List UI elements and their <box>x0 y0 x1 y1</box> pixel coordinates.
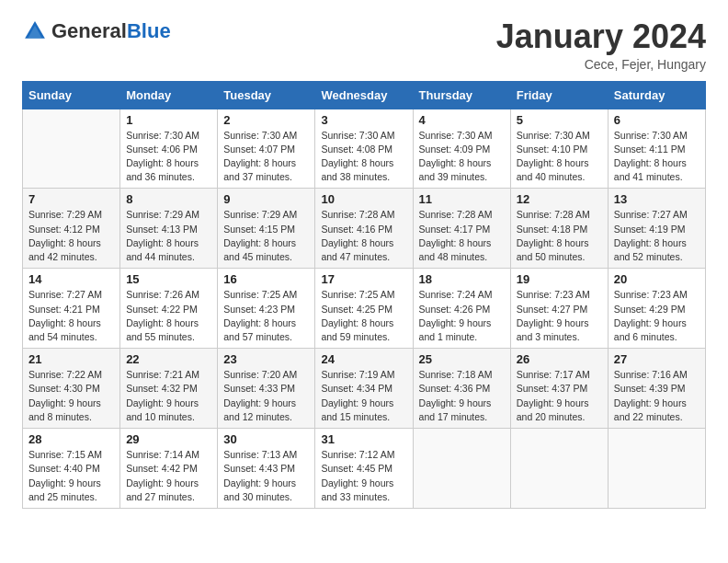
day-info: Sunrise: 7:25 AMSunset: 4:23 PMDaylight:… <box>223 288 309 344</box>
day-number: 11 <box>419 192 505 206</box>
logo-icon <box>22 18 48 44</box>
calendar-cell: 9Sunrise: 7:29 AMSunset: 4:15 PMDaylight… <box>218 189 315 269</box>
day-of-week-header: Monday <box>120 81 218 109</box>
day-number: 12 <box>517 192 602 206</box>
day-number: 13 <box>614 192 700 206</box>
day-info: Sunrise: 7:29 AMSunset: 4:13 PMDaylight:… <box>126 208 211 264</box>
day-number: 10 <box>321 192 406 206</box>
day-number: 9 <box>223 192 309 206</box>
day-info: Sunrise: 7:30 AMSunset: 4:06 PMDaylight:… <box>126 129 211 185</box>
day-number: 5 <box>517 113 602 127</box>
day-number: 19 <box>517 272 602 286</box>
calendar-cell: 20Sunrise: 7:23 AMSunset: 4:29 PMDayligh… <box>608 269 705 349</box>
day-number: 8 <box>126 192 211 206</box>
subtitle: Cece, Fejer, Hungary <box>496 57 706 72</box>
calendar-week-row: 21Sunrise: 7:22 AMSunset: 4:30 PMDayligh… <box>23 349 706 429</box>
day-info: Sunrise: 7:15 AMSunset: 4:40 PMDaylight:… <box>28 448 114 504</box>
day-info: Sunrise: 7:29 AMSunset: 4:15 PMDaylight:… <box>223 208 309 264</box>
day-number: 15 <box>126 272 211 286</box>
calendar-cell: 13Sunrise: 7:27 AMSunset: 4:19 PMDayligh… <box>608 189 705 269</box>
day-number: 31 <box>321 432 406 446</box>
day-info: Sunrise: 7:20 AMSunset: 4:33 PMDaylight:… <box>223 368 309 424</box>
day-info: Sunrise: 7:27 AMSunset: 4:21 PMDaylight:… <box>28 288 114 344</box>
calendar-cell: 22Sunrise: 7:21 AMSunset: 4:32 PMDayligh… <box>120 349 218 429</box>
calendar-cell: 15Sunrise: 7:26 AMSunset: 4:22 PMDayligh… <box>120 269 218 349</box>
day-info: Sunrise: 7:23 AMSunset: 4:29 PMDaylight:… <box>614 288 700 344</box>
day-info: Sunrise: 7:19 AMSunset: 4:34 PMDaylight:… <box>321 368 406 424</box>
calendar-cell: 30Sunrise: 7:13 AMSunset: 4:43 PMDayligh… <box>218 429 315 509</box>
calendar-cell: 21Sunrise: 7:22 AMSunset: 4:30 PMDayligh… <box>23 349 120 429</box>
title-block: January 2024 Cece, Fejer, Hungary <box>496 18 706 72</box>
day-number: 3 <box>321 113 406 127</box>
calendar-cell: 29Sunrise: 7:14 AMSunset: 4:42 PMDayligh… <box>120 429 218 509</box>
day-info: Sunrise: 7:30 AMSunset: 4:08 PMDaylight:… <box>321 129 406 185</box>
day-info: Sunrise: 7:24 AMSunset: 4:26 PMDaylight:… <box>419 288 505 344</box>
calendar-cell: 2Sunrise: 7:30 AMSunset: 4:07 PMDaylight… <box>218 109 315 189</box>
calendar-week-row: 14Sunrise: 7:27 AMSunset: 4:21 PMDayligh… <box>23 269 706 349</box>
day-info: Sunrise: 7:27 AMSunset: 4:19 PMDaylight:… <box>614 208 700 264</box>
logo-text: GeneralBlue <box>51 19 171 43</box>
day-number: 17 <box>321 272 406 286</box>
day-info: Sunrise: 7:25 AMSunset: 4:25 PMDaylight:… <box>321 288 406 344</box>
calendar-cell: 16Sunrise: 7:25 AMSunset: 4:23 PMDayligh… <box>218 269 315 349</box>
day-info: Sunrise: 7:21 AMSunset: 4:32 PMDaylight:… <box>126 368 211 424</box>
main-title: January 2024 <box>496 18 706 55</box>
day-number: 30 <box>223 432 309 446</box>
calendar-table: SundayMondayTuesdayWednesdayThursdayFrid… <box>22 81 706 509</box>
calendar-cell: 4Sunrise: 7:30 AMSunset: 4:09 PMDaylight… <box>413 109 510 189</box>
day-number: 29 <box>126 432 211 446</box>
day-info: Sunrise: 7:28 AMSunset: 4:18 PMDaylight:… <box>517 208 602 264</box>
calendar-cell: 10Sunrise: 7:28 AMSunset: 4:16 PMDayligh… <box>315 189 413 269</box>
calendar-cell: 19Sunrise: 7:23 AMSunset: 4:27 PMDayligh… <box>510 269 608 349</box>
calendar-cell: 17Sunrise: 7:25 AMSunset: 4:25 PMDayligh… <box>315 269 413 349</box>
day-info: Sunrise: 7:28 AMSunset: 4:16 PMDaylight:… <box>321 208 406 264</box>
day-number: 6 <box>614 113 700 127</box>
calendar-cell <box>608 429 705 509</box>
calendar-cell: 14Sunrise: 7:27 AMSunset: 4:21 PMDayligh… <box>23 269 120 349</box>
day-info: Sunrise: 7:30 AMSunset: 4:07 PMDaylight:… <box>223 129 309 185</box>
day-number: 1 <box>126 113 211 127</box>
calendar-cell <box>510 429 608 509</box>
calendar-week-row: 28Sunrise: 7:15 AMSunset: 4:40 PMDayligh… <box>23 429 706 509</box>
calendar-cell: 1Sunrise: 7:30 AMSunset: 4:06 PMDaylight… <box>120 109 218 189</box>
calendar-cell: 24Sunrise: 7:19 AMSunset: 4:34 PMDayligh… <box>315 349 413 429</box>
day-number: 20 <box>614 272 700 286</box>
calendar-body: 1Sunrise: 7:30 AMSunset: 4:06 PMDaylight… <box>23 109 706 508</box>
page-header: GeneralBlue January 2024 Cece, Fejer, Hu… <box>22 18 706 72</box>
day-info: Sunrise: 7:23 AMSunset: 4:27 PMDaylight:… <box>517 288 602 344</box>
calendar-cell <box>413 429 510 509</box>
day-of-week-header: Wednesday <box>315 81 413 109</box>
day-number: 27 <box>614 352 700 366</box>
day-number: 28 <box>28 432 114 446</box>
day-number: 2 <box>223 113 309 127</box>
day-info: Sunrise: 7:29 AMSunset: 4:12 PMDaylight:… <box>28 208 114 264</box>
day-info: Sunrise: 7:18 AMSunset: 4:36 PMDaylight:… <box>419 368 505 424</box>
calendar-cell: 31Sunrise: 7:12 AMSunset: 4:45 PMDayligh… <box>315 429 413 509</box>
day-number: 18 <box>419 272 505 286</box>
day-number: 16 <box>223 272 309 286</box>
day-of-week-header: Thursday <box>413 81 510 109</box>
day-info: Sunrise: 7:16 AMSunset: 4:39 PMDaylight:… <box>614 368 700 424</box>
day-info: Sunrise: 7:14 AMSunset: 4:42 PMDaylight:… <box>126 448 211 504</box>
day-number: 21 <box>28 352 114 366</box>
day-info: Sunrise: 7:30 AMSunset: 4:10 PMDaylight:… <box>517 129 602 185</box>
calendar-cell: 26Sunrise: 7:17 AMSunset: 4:37 PMDayligh… <box>510 349 608 429</box>
day-number: 4 <box>419 113 505 127</box>
day-of-week-header: Tuesday <box>218 81 315 109</box>
calendar-week-row: 7Sunrise: 7:29 AMSunset: 4:12 PMDaylight… <box>23 189 706 269</box>
day-number: 25 <box>419 352 505 366</box>
calendar-cell <box>23 109 120 189</box>
day-info: Sunrise: 7:22 AMSunset: 4:30 PMDaylight:… <box>28 368 114 424</box>
day-of-week-header: Friday <box>510 81 608 109</box>
day-number: 24 <box>321 352 406 366</box>
calendar-cell: 25Sunrise: 7:18 AMSunset: 4:36 PMDayligh… <box>413 349 510 429</box>
day-number: 7 <box>28 192 114 206</box>
calendar-cell: 7Sunrise: 7:29 AMSunset: 4:12 PMDaylight… <box>23 189 120 269</box>
day-info: Sunrise: 7:13 AMSunset: 4:43 PMDaylight:… <box>223 448 309 504</box>
calendar-cell: 28Sunrise: 7:15 AMSunset: 4:40 PMDayligh… <box>23 429 120 509</box>
day-number: 14 <box>28 272 114 286</box>
day-info: Sunrise: 7:26 AMSunset: 4:22 PMDaylight:… <box>126 288 211 344</box>
day-number: 23 <box>223 352 309 366</box>
day-number: 22 <box>126 352 211 366</box>
calendar-week-row: 1Sunrise: 7:30 AMSunset: 4:06 PMDaylight… <box>23 109 706 189</box>
